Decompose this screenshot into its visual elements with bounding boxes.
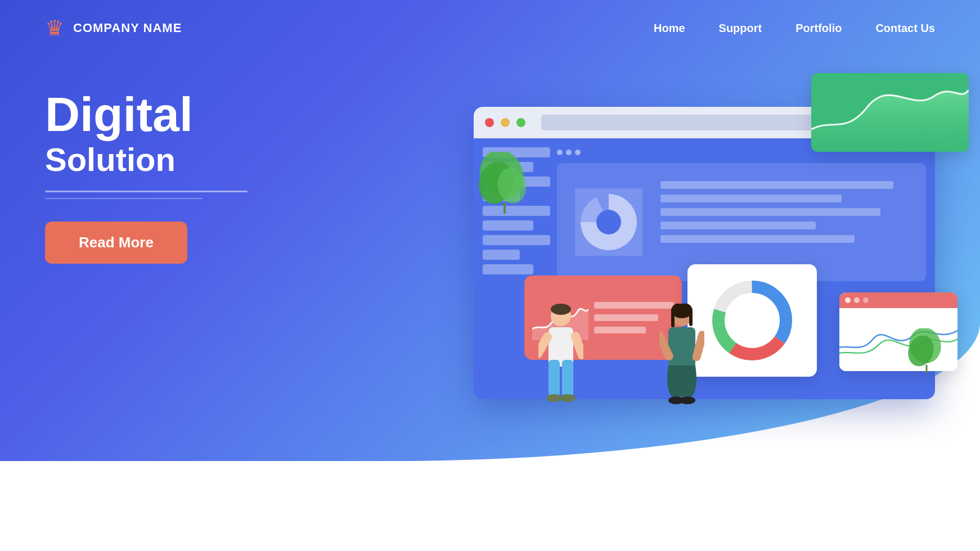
plant-left-decoration (474, 152, 536, 227)
dashboard-illustration (451, 62, 957, 427)
hero-title-solution: Solution (45, 141, 248, 178)
chart-lines (660, 170, 919, 274)
nav-contact[interactable]: Contact Us (875, 22, 935, 35)
chart-panel (557, 163, 926, 281)
page-wrapper: ♛ COMPANY NAME Home Support Portfolio Co… (0, 0, 980, 551)
svg-rect-20 (562, 360, 573, 396)
company-name: COMPANY NAME (73, 21, 182, 35)
svg-point-23 (546, 394, 562, 402)
chart-line (660, 195, 842, 202)
svg-point-17 (551, 304, 571, 315)
hero-divider-1 (45, 191, 248, 192)
nav-home[interactable]: Home (654, 22, 685, 35)
logo-icon: ♛ (45, 16, 64, 40)
hero-divider-2 (45, 198, 203, 199)
green-chart-card (811, 73, 969, 152)
svg-rect-27 (671, 310, 675, 327)
sidebar-bar (483, 250, 520, 260)
svg-point-5 (596, 210, 621, 234)
browser-dot-red (485, 118, 494, 127)
sidebar-bar (483, 264, 533, 274)
read-more-button[interactable]: Read More (45, 222, 187, 264)
hero-content: Digital Solution Read More (45, 90, 248, 264)
svg-point-33 (680, 396, 695, 404)
small-dot (863, 297, 869, 303)
svg-point-11 (725, 293, 779, 347)
logo-area: ♛ COMPANY NAME (45, 16, 182, 40)
svg-rect-28 (689, 310, 693, 326)
pink-line (594, 327, 646, 333)
svg-point-24 (560, 394, 576, 402)
person-man (538, 304, 583, 416)
hero-title-digital: Digital (45, 90, 248, 138)
navbar: ♛ COMPANY NAME Home Support Portfolio Co… (0, 0, 980, 56)
small-dot (845, 297, 851, 303)
pink-line (594, 314, 658, 321)
browser-dot-green (516, 118, 525, 127)
browser-dot-yellow (501, 118, 510, 127)
small-card-header (839, 292, 957, 308)
browser-url-bar (541, 115, 822, 130)
svg-rect-19 (549, 360, 560, 396)
chart-line (660, 208, 880, 216)
chart-line (660, 222, 816, 229)
chart-line (660, 181, 893, 189)
nav-links: Home Support Portfolio Contact Us (654, 22, 935, 35)
small-dot (854, 297, 860, 303)
nav-support[interactable]: Support (719, 22, 762, 35)
plant-right-decoration (904, 328, 949, 382)
chart-line (660, 235, 855, 243)
donut-chart-card (687, 264, 817, 377)
pie-chart-area (564, 170, 654, 274)
nav-portfolio[interactable]: Portfolio (795, 22, 842, 35)
person-woman (659, 304, 704, 422)
sidebar-bar (483, 235, 550, 245)
